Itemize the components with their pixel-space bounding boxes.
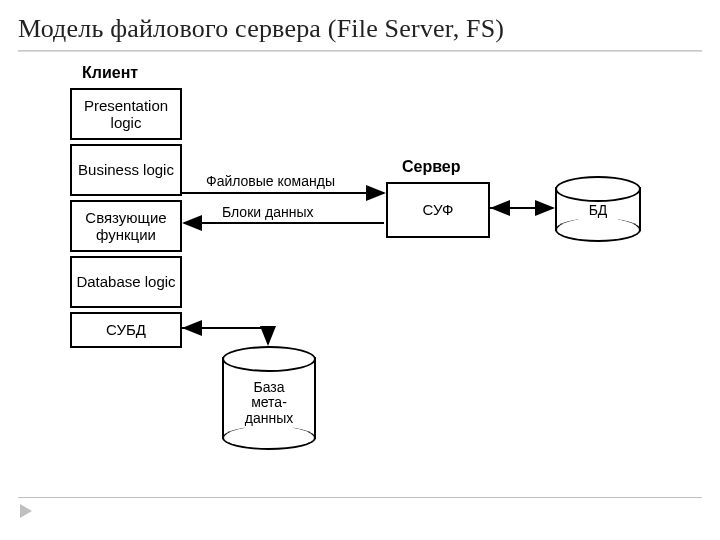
arrow-meta-to-dbms — [184, 328, 268, 344]
arrow-dbms-to-meta — [182, 328, 268, 344]
slide: Модель файлового сервера (File Server, F… — [0, 0, 720, 540]
arrows-layer — [0, 0, 720, 540]
